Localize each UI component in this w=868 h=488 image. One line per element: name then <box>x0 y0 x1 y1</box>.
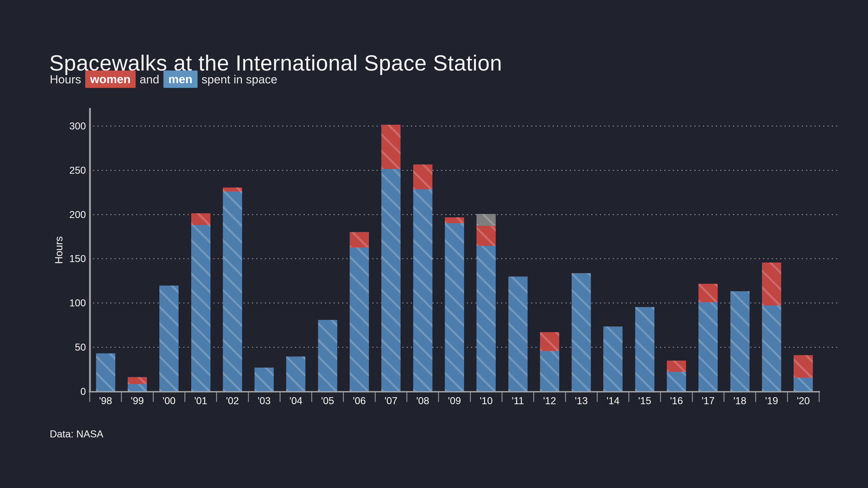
bar-segment-men-01[interactable] <box>191 225 211 391</box>
x-axis-label-11: '11 <box>502 395 534 406</box>
bar-segment-women-19[interactable] <box>762 263 781 305</box>
bar-segment-men-08[interactable] <box>413 189 432 391</box>
x-axis-label-09: '09 <box>438 395 470 406</box>
y-tick-label-150: 150 <box>50 253 86 265</box>
bar-segment-men-12[interactable] <box>540 351 559 391</box>
x-axis-label-12: '12 <box>534 395 565 406</box>
bar-segment-men-04[interactable] <box>286 357 305 391</box>
bar-segment-men-11[interactable] <box>508 276 528 391</box>
x-axis-label-01: '01 <box>185 395 217 406</box>
bar-segment-men-20[interactable] <box>794 378 813 391</box>
bar-segment-women-01[interactable] <box>191 213 211 225</box>
y-tick-label-300: 300 <box>50 120 86 132</box>
x-axis-label-07: '07 <box>375 395 407 406</box>
bar-segment-women-12[interactable] <box>540 332 559 351</box>
x-axis-label-02: '02 <box>217 395 248 406</box>
bar-segment-women-16[interactable] <box>667 361 686 372</box>
subtitle-and: and <box>140 72 159 86</box>
bar-segment-women-10[interactable] <box>476 226 496 246</box>
bar-segment-men-18[interactable] <box>730 291 749 391</box>
bar-segment-men-05[interactable] <box>318 320 337 391</box>
bar-segment-men-15[interactable] <box>635 307 654 391</box>
subtitle-prefix: Hours <box>50 72 81 86</box>
x-axis-label-19: '19 <box>756 395 787 406</box>
y-axis-line <box>89 108 91 392</box>
y-tick-label-200: 200 <box>50 209 86 221</box>
bar-segment-men-17[interactable] <box>699 302 718 391</box>
y-tick-label-250: 250 <box>50 164 86 176</box>
bar-segment-men-10[interactable] <box>476 246 496 391</box>
bar-segment-women-08[interactable] <box>413 164 432 189</box>
x-axis-label-15: '15 <box>629 395 660 406</box>
x-axis-label-99: '99 <box>121 395 153 406</box>
gridline-300 <box>93 126 839 127</box>
legend-chip-women[interactable]: women <box>85 70 135 88</box>
bar-segment-men-19[interactable] <box>762 305 781 391</box>
x-axis-label-03: '03 <box>248 395 280 406</box>
bar-segment-men-07[interactable] <box>381 169 401 391</box>
x-axis-label-05: '05 <box>312 395 343 406</box>
data-source: Data: NASA <box>50 428 103 440</box>
bar-segment-men-03[interactable] <box>254 367 274 391</box>
legend-chip-men[interactable]: men <box>163 70 197 88</box>
x-axis-label-00: '00 <box>153 395 185 406</box>
bar-segment-men-06[interactable] <box>350 248 369 391</box>
subtitle-suffix: spent in space <box>202 72 277 86</box>
bar-segment-women-99[interactable] <box>128 377 147 384</box>
bar-segment-men-13[interactable] <box>572 273 591 391</box>
y-tick-label-0: 0 <box>50 386 86 397</box>
bar-segment-women-17[interactable] <box>699 284 718 302</box>
bar-segment-men-99[interactable] <box>128 384 147 391</box>
bar-segment-women-20[interactable] <box>794 355 813 378</box>
y-tick-label-100: 100 <box>50 297 86 309</box>
x-axis-label-14: '14 <box>597 395 629 406</box>
bar-segment-women-06[interactable] <box>350 232 369 248</box>
x-axis-label-04: '04 <box>280 395 312 406</box>
bar-segment-women-07[interactable] <box>381 125 401 169</box>
bar-segment-women-09[interactable] <box>445 217 464 223</box>
bar-segment-men-16[interactable] <box>667 372 686 391</box>
bar-segment-women-02[interactable] <box>223 188 242 191</box>
x-axis-label-18: '18 <box>724 395 756 406</box>
x-axis-label-98: '98 <box>90 395 121 406</box>
bar-segment-men-00[interactable] <box>159 286 179 391</box>
x-axis-label-06: '06 <box>344 395 375 406</box>
bar-segment-men-09[interactable] <box>445 223 464 391</box>
chart-subtitle: Hours women and men spent in space <box>50 70 277 88</box>
bar-segment-men-14[interactable] <box>603 326 622 391</box>
bar-segment-men-02[interactable] <box>223 191 242 391</box>
y-tick-label-50: 50 <box>50 341 86 353</box>
gridline-250 <box>93 170 839 171</box>
x-axis-label-10: '10 <box>470 395 502 406</box>
bar-segment-men-98[interactable] <box>96 353 115 391</box>
x-axis-label-20: '20 <box>787 395 819 406</box>
x-axis-line <box>89 391 820 392</box>
y-axis-title: Hours <box>53 225 65 275</box>
x-axis-label-13: '13 <box>565 395 597 406</box>
bar-segment-unspecified-10[interactable] <box>476 214 496 226</box>
x-axis-label-17: '17 <box>692 395 724 406</box>
x-axis-label-16: '16 <box>661 395 692 406</box>
x-axis-label-08: '08 <box>407 395 438 406</box>
